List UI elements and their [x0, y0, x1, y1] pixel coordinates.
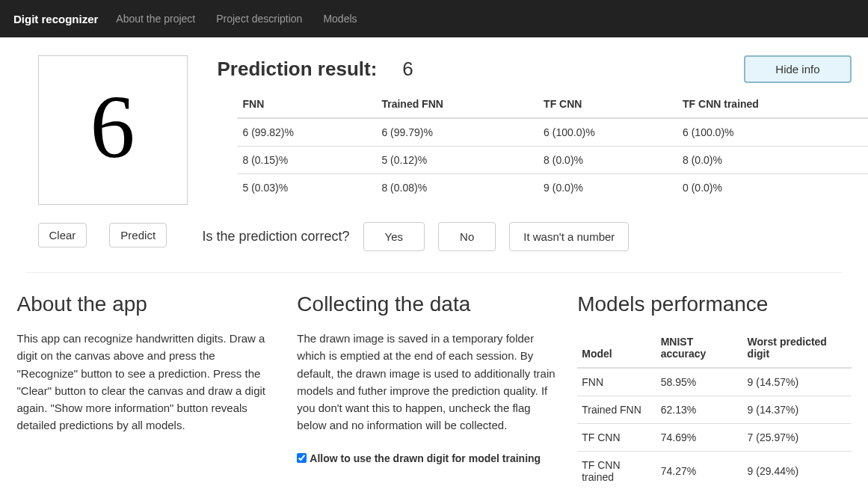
pred-col-trained-fnn: Trained FNN [375, 92, 538, 118]
navbar: Digit recognizer About the project Proje… [0, 0, 868, 37]
about-body: This app can recognize handwritten digit… [17, 330, 278, 434]
feedback-question: Is the prediction correct? [203, 229, 350, 245]
perf-col-model: Model [577, 330, 656, 368]
perf-col-worst: Worst predicted digit [743, 330, 852, 368]
prediction-result-value: 6 [402, 58, 413, 81]
about-section: About the app This app can recognize han… [17, 292, 278, 491]
yes-button[interactable]: Yes [363, 222, 425, 251]
prediction-result-title: Prediction result: [218, 58, 378, 81]
table-row: FNN 58.95% 9 (14.57%) [577, 368, 851, 396]
predict-button[interactable]: Predict [109, 223, 167, 247]
about-heading: About the app [17, 292, 278, 316]
drawn-digit: 6 [90, 82, 135, 172]
table-row: 6 (99.82)% 6 (99.79)% 6 (100.0)% 6 (100.… [237, 118, 869, 147]
nav-link-description[interactable]: Project description [216, 13, 302, 25]
performance-section: Models performance Model MNIST accuracy … [577, 292, 851, 491]
predictions-table: FNN Trained FNN TF CNN TF CNN trained 6 … [237, 92, 869, 201]
divider [26, 272, 843, 273]
table-row: TF CNN 74.69% 7 (25.97%) [577, 424, 851, 452]
pred-col-tf-cnn: TF CNN [538, 92, 677, 118]
table-row: 5 (0.03)% 8 (0.08)% 9 (0.0)% 0 (0.0)% [237, 174, 869, 202]
nav-link-about[interactable]: About the project [116, 13, 195, 25]
collecting-heading: Collecting the data [297, 292, 558, 316]
table-row: Trained FNN 62.13% 9 (14.37%) [577, 396, 851, 424]
pred-col-tf-cnn-trained: TF CNN trained [677, 92, 868, 118]
nav-link-models[interactable]: Models [323, 13, 357, 25]
table-row: 8 (0.15)% 5 (0.12)% 8 (0.0)% 8 (0.0)% [237, 147, 869, 174]
performance-table: Model MNIST accuracy Worst predicted dig… [577, 330, 851, 491]
allow-training-checkbox[interactable] [297, 453, 307, 463]
no-button[interactable]: No [438, 222, 496, 251]
navbar-brand[interactable]: Digit recognizer [13, 13, 98, 25]
not-number-button[interactable]: It wasn't a number [509, 222, 629, 251]
collecting-section: Collecting the data The drawn image is s… [297, 292, 558, 491]
collecting-body: The drawn image is saved in a temporary … [297, 330, 558, 434]
pred-col-fnn: FNN [237, 92, 376, 118]
allow-training-label: Allow to use the drawn digit for model t… [310, 452, 541, 464]
hide-info-button[interactable]: Hide info [744, 55, 851, 83]
clear-button[interactable]: Clear [38, 223, 87, 247]
table-row: TF CNN trained 74.27% 9 (29.44%) [577, 452, 851, 491]
perf-col-accuracy: MNIST accuracy [656, 330, 743, 368]
performance-heading: Models performance [577, 292, 851, 316]
drawing-canvas[interactable]: 6 [38, 55, 188, 205]
